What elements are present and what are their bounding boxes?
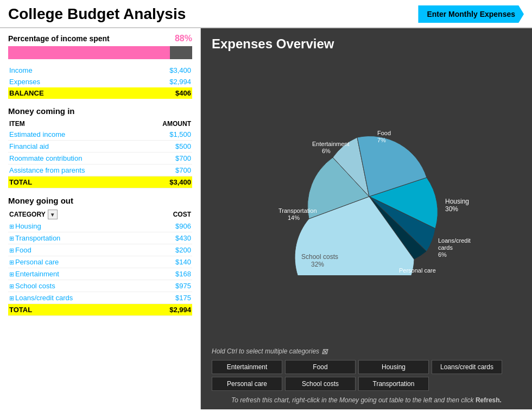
main-layout: Percentage of income spent 88% Income $3… (0, 28, 532, 409)
chart-title: Expenses Overview (212, 36, 521, 52)
cat-btn-transportation[interactable]: Transportation (358, 377, 429, 391)
label-transport: Transportation (278, 207, 317, 214)
label-food-pct: 7% (377, 137, 386, 143)
cat-btn-food[interactable]: Food (285, 360, 356, 374)
refresh-hint: To refresh this chart, right-click in th… (212, 396, 521, 404)
expand-icon-6[interactable]: ⊞ (9, 295, 14, 301)
expenses-total-value: $2,994 (143, 304, 192, 316)
expand-icon-4[interactable]: ⊞ (9, 271, 14, 277)
label-loans-2: cards (438, 244, 453, 251)
cat-btn-housing[interactable]: Housing (358, 360, 429, 374)
progress-bar-fill (8, 46, 170, 59)
expense-item-3: ⊞Personal care (8, 256, 143, 268)
progress-bar-background (8, 46, 192, 59)
income-col-item: ITEM (8, 119, 140, 129)
balance-value: $406 (120, 87, 192, 99)
income-value-3: $700 (140, 165, 192, 176)
expense-item-5: ⊞School costs (8, 280, 143, 292)
percentage-label: Percentage of income spent (8, 34, 110, 43)
percentage-row: Percentage of income spent 88% (8, 34, 192, 43)
label-loans-pct: 6% (438, 251, 447, 258)
cat-btn-loans[interactable]: Loans/credit cards (432, 360, 502, 374)
label-school: School costs (301, 253, 338, 261)
label-housing-pct: 30% (445, 205, 458, 213)
category-dropdown-icon[interactable]: ▼ (48, 210, 58, 219)
filter-icon: ⊠ (321, 347, 328, 356)
expense-row-2: ⊞Food $200 (8, 244, 192, 256)
pie-chart: Housing 30% Loans/credit cards 6% Person… (252, 123, 480, 275)
expand-icon-0[interactable]: ⊞ (9, 223, 14, 230)
expense-row-3: ⊞Personal care $140 (8, 256, 192, 268)
label-personal: Personal care (399, 267, 436, 274)
expense-value-4: $168 (143, 268, 192, 280)
cat-btn-entertainment[interactable]: Entertainment (212, 360, 282, 374)
page-title: College Budget Analysis (8, 5, 186, 23)
income-row-1: Financial aid $500 (8, 141, 192, 153)
label-housing: Housing (445, 198, 469, 205)
expand-icon-3[interactable]: ⊞ (9, 259, 14, 265)
expenses-total-row: TOTAL $2,994 (8, 304, 192, 316)
label-food: Food (377, 130, 391, 136)
cat-btn-schoolcosts[interactable]: School costs (285, 377, 356, 391)
left-panel: Percentage of income spent 88% Income $3… (0, 28, 201, 409)
income-label: Income (8, 65, 120, 76)
income-total-row: TOTAL $3,400 (8, 176, 192, 188)
income-value-2: $700 (140, 153, 192, 165)
expense-item-2: ⊞Food (8, 244, 143, 256)
expand-icon-1[interactable]: ⊞ (9, 235, 14, 242)
balance-row: BALANCE $406 (8, 87, 192, 99)
expense-value-0: $906 (143, 220, 192, 232)
summary-table: Income $3,400 Expenses $2,994 BALANCE $4… (8, 65, 192, 99)
money-in-title: Money coming in (8, 106, 192, 116)
income-col-amount: AMOUNT (140, 119, 192, 129)
chart-bottom: Hold Ctrl to select multiple categories … (212, 347, 521, 404)
expand-icon-5[interactable]: ⊞ (9, 283, 14, 289)
income-row-3: Assistance from parents $700 (8, 165, 192, 176)
expense-item-6: ⊞Loans/credit cards (8, 292, 143, 304)
percentage-value: 88% (175, 34, 192, 43)
income-item-2: Roommate contribution (8, 153, 140, 165)
income-table: ITEM AMOUNT Estimated income $1,500 Fina… (8, 119, 192, 188)
cat-btn-personalcare[interactable]: Personal care (212, 377, 282, 391)
income-row-2: Roommate contribution $700 (8, 153, 192, 165)
income-value: $3,400 (120, 65, 192, 76)
expense-row-5: ⊞School costs $975 (8, 280, 192, 292)
expense-value-6: $175 (143, 292, 192, 304)
expense-item-4: ⊞Entertainment (8, 268, 143, 280)
expense-value-3: $140 (143, 256, 192, 268)
label-entertain: Entertainment (312, 141, 349, 147)
balance-label: BALANCE (8, 87, 120, 99)
expense-value-5: $975 (143, 280, 192, 292)
expense-value-1: $430 (143, 232, 192, 244)
label-transport-pct: 14% (288, 214, 300, 221)
expense-item-0: ⊞Housing (8, 220, 143, 232)
income-row-0: Estimated income $1,500 (8, 129, 192, 141)
expense-row-6: ⊞Loans/credit cards $175 (8, 292, 192, 304)
ctrl-hint: Hold Ctrl to select multiple categories … (212, 347, 521, 356)
expense-item-1: ⊞Transportation (8, 232, 143, 244)
category-buttons: Entertainment Food Housing Loans/credit … (212, 360, 521, 391)
label-school-pct: 32% (311, 261, 324, 268)
income-item-1: Financial aid (8, 141, 140, 153)
enter-expenses-button[interactable]: Enter Monthly Expenses (418, 5, 524, 23)
expenses-total-label: TOTAL (8, 304, 143, 316)
income-row: Income $3,400 (8, 65, 192, 76)
expenses-value: $2,994 (120, 76, 192, 87)
income-item-3: Assistance from parents (8, 165, 140, 176)
label-personal-pct: 5% (410, 274, 419, 275)
income-total-value: $3,400 (140, 176, 192, 188)
expenses-col-cost: COST (143, 208, 192, 220)
chart-area: Housing 30% Loans/credit cards 6% Person… (212, 57, 521, 342)
income-value-0: $1,500 (140, 129, 192, 141)
income-total-label: TOTAL (8, 176, 140, 188)
income-value-1: $500 (140, 141, 192, 153)
label-loans: Loans/credit (438, 237, 471, 244)
expense-row-1: ⊞Transportation $430 (8, 232, 192, 244)
expense-row-4: ⊞Entertainment $168 (8, 268, 192, 280)
refresh-word: Refresh. (476, 396, 502, 404)
right-panel: Expenses Overview (201, 28, 532, 409)
expand-icon-2[interactable]: ⊞ (9, 247, 14, 254)
money-out-title: Money going out (8, 196, 192, 205)
expenses-col-category: CATEGORY ▼ (8, 208, 143, 220)
expenses-row: Expenses $2,994 (8, 76, 192, 87)
